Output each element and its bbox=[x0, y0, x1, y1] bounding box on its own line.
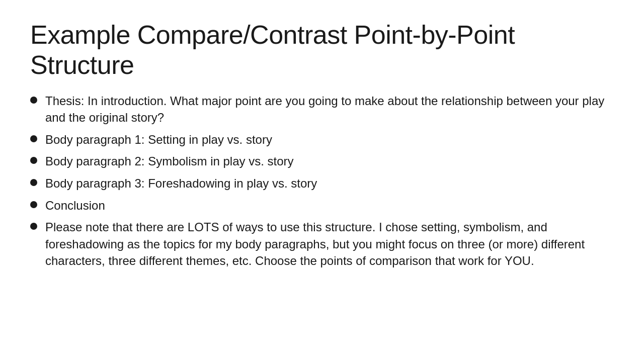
bullet-text: Thesis: In introduction. What major poin… bbox=[45, 93, 614, 126]
bullet-text: Body paragraph 1: Setting in play vs. st… bbox=[45, 131, 614, 148]
list-item: Body paragraph 3: Foreshadowing in play … bbox=[30, 175, 614, 192]
bullet-dot-icon bbox=[30, 179, 37, 186]
bullet-list: Thesis: In introduction. What major poin… bbox=[30, 93, 614, 342]
list-item: Body paragraph 1: Setting in play vs. st… bbox=[30, 131, 614, 148]
bullet-text: Please note that there are LOTS of ways … bbox=[45, 219, 614, 269]
bullet-dot-icon bbox=[30, 157, 37, 164]
bullet-dot-icon bbox=[30, 135, 37, 142]
bullet-dot-icon bbox=[30, 97, 37, 104]
bullet-dot-icon bbox=[30, 201, 37, 208]
list-item: Conclusion bbox=[30, 197, 614, 214]
list-item: Thesis: In introduction. What major poin… bbox=[30, 93, 614, 126]
bullet-text: Conclusion bbox=[45, 197, 614, 214]
list-item: Body paragraph 2: Symbolism in play vs. … bbox=[30, 153, 614, 170]
bullet-dot-icon bbox=[30, 223, 37, 230]
bullet-text: Body paragraph 3: Foreshadowing in play … bbox=[45, 175, 614, 192]
list-item: Please note that there are LOTS of ways … bbox=[30, 219, 614, 269]
bullet-text: Body paragraph 2: Symbolism in play vs. … bbox=[45, 153, 614, 170]
slide-title: Example Compare/Contrast Point-by-Point … bbox=[30, 20, 614, 80]
slide-container: Example Compare/Contrast Point-by-Point … bbox=[0, 0, 644, 362]
